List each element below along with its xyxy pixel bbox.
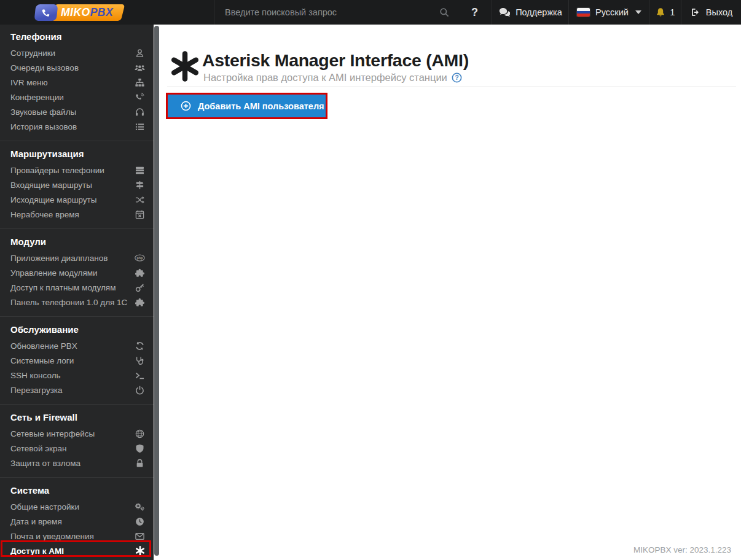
stethoscope-icon [135, 356, 145, 365]
sidebar-item-module-management[interactable]: Управление модулями [0, 265, 154, 280]
sidebar-section-telephony: Телефония Сотрудники Очереди вызовов IVR… [0, 25, 154, 141]
users-icon [135, 63, 145, 72]
mikopbx-logo[interactable]: MIKOPBX [35, 4, 123, 21]
calendar-times-icon [135, 210, 145, 219]
logo-wordmark: MIKOPBX [51, 4, 125, 21]
puzzle-icon [135, 298, 145, 307]
russia-flag-icon [577, 8, 590, 17]
bell-icon [656, 7, 665, 17]
cogs-icon [135, 502, 145, 511]
search-input[interactable] [214, 7, 428, 17]
sidebar-section-modules: Модули Приложения диалпланов Управление … [0, 228, 154, 316]
sidebar-item-1c-panel[interactable]: Панель телефонии 1.0 для 1С [0, 295, 154, 309]
question-circle-icon[interactable] [452, 72, 462, 83]
sidebar-item-mail-notifications[interactable]: Почта и уведомления [0, 529, 154, 543]
sidebar-item-date-time[interactable]: Дата и время [0, 514, 154, 529]
sidebar-section-routing: Маршрутизация Провайдеры телефонии Входя… [0, 141, 154, 228]
sidebar-item-system-logs[interactable]: Системные логи [0, 353, 154, 368]
help-button[interactable]: ? [458, 0, 492, 25]
sidebar-item-ssh-console[interactable]: SSH консоль [0, 368, 154, 383]
page-subtitle-text: Настройка прав доступа к AMI интерфейсу … [203, 72, 447, 84]
section-header: Обслуживание [0, 324, 154, 336]
annotation-highlight-add-button: Добавить AMI пользователя [166, 93, 327, 119]
sidebar-item-ami-access[interactable]: Доступ к AMI [0, 543, 154, 558]
add-ami-user-button[interactable]: Добавить AMI пользователя [168, 95, 326, 117]
sidebar-item-outbound-routes[interactable]: Исходящие маршруты [0, 192, 154, 207]
language-selector[interactable]: Русский [568, 0, 649, 25]
section-header: Телефония [0, 31, 154, 43]
header-divider [167, 87, 736, 87]
sidebar-section-system: Система Общие настройки Дата и время Поч… [0, 477, 154, 560]
sidebar-scrollbar-thumb[interactable] [154, 26, 159, 556]
sidebar-item-sound-files[interactable]: Звуковые файлы [0, 104, 154, 119]
logo-text-pbx: PBX [90, 6, 113, 18]
sidebar-section-maintenance: Обслуживание Обновление PBX Системные ло… [0, 316, 154, 404]
puzzle-icon [135, 268, 145, 278]
comments-icon [499, 7, 510, 17]
globe-icon [135, 429, 145, 438]
sidebar-item-call-queues[interactable]: Очереди вызовов [0, 60, 154, 75]
sidebar-nav: Телефония Сотрудники Очереди вызовов IVR… [0, 25, 154, 560]
caret-down-icon [635, 10, 641, 14]
sidebar-item-inbound-routes[interactable]: Входящие маршруты [0, 177, 154, 192]
sidebar-item-providers[interactable]: Провайдеры телефонии [0, 163, 154, 177]
sidebar-item-paid-modules[interactable]: Доступ к платным модулям [0, 280, 154, 295]
section-header: Маршрутизация [0, 148, 154, 160]
help-label: ? [471, 6, 478, 19]
power-icon [135, 386, 145, 395]
map-signs-icon [135, 181, 145, 190]
key-icon [135, 283, 145, 292]
sidebar-item-ivr-menu[interactable]: IVR меню [0, 75, 154, 90]
sidebar-section-network-firewall: Сеть и Firewall Сетевые интерфейсы Сетев… [0, 404, 154, 477]
top-bar: MIKOPBX ? Поддержка Русский 1 Выход [0, 0, 741, 25]
section-header: Сеть и Firewall [0, 411, 154, 424]
notifications-button[interactable]: 1 [649, 0, 681, 25]
sidebar-item-firewall[interactable]: Сетевой экран [0, 441, 154, 456]
support-label: Поддержка [516, 7, 562, 17]
main-content: Asterisk Manager Interface (AMI) Настрой… [159, 25, 741, 560]
sidebar-item-employees[interactable]: Сотрудники [0, 45, 154, 60]
sidebar-item-out-of-work-time[interactable]: Нерабочее время [0, 207, 154, 222]
terminal-icon [135, 371, 145, 380]
sidebar-item-pbx-update[interactable]: Обновление PBX [0, 338, 154, 353]
support-button[interactable]: Поддержка [492, 0, 569, 25]
version-label: MIKOPBX ver: 2023.1.223 [633, 545, 731, 554]
envelope-icon [135, 532, 145, 541]
sidebar-item-call-history[interactable]: История вызовов [0, 119, 154, 134]
add-ami-user-label: Добавить AMI пользователя [198, 101, 324, 111]
sidebar-item-network-interfaces[interactable]: Сетевые интерфейсы [0, 426, 154, 441]
sidebar-item-general-settings[interactable]: Общие настройки [0, 499, 154, 514]
php-icon [135, 254, 145, 262]
asterisk-icon [135, 546, 145, 556]
page-subtitle: Настройка прав доступа к AMI интерфейсу … [203, 72, 462, 84]
language-label: Русский [595, 7, 629, 17]
headphones-icon [135, 107, 145, 117]
global-search [214, 0, 458, 25]
page-title: Asterisk Manager Interface (AMI) [202, 50, 469, 71]
phone-volume-icon [135, 93, 145, 102]
sync-icon [135, 341, 145, 351]
shield-icon [135, 444, 145, 453]
clock-icon [135, 517, 145, 526]
section-header: Модули [0, 236, 154, 248]
sidebar-item-fail2ban[interactable]: Защита от взлома [0, 456, 154, 470]
logout-label: Выход [706, 7, 732, 17]
shuffle-icon [135, 195, 145, 204]
user-icon [135, 49, 145, 58]
section-header: Система [0, 484, 154, 497]
logout-button[interactable]: Выход [681, 0, 741, 25]
list-icon [135, 122, 145, 131]
logo-phone-icon [34, 4, 58, 21]
sitemap-icon [135, 78, 145, 87]
sidebar-item-reboot[interactable]: Перезагрузка [0, 383, 154, 397]
notification-count: 1 [670, 7, 675, 17]
search-icon[interactable] [439, 7, 449, 17]
logo-text-miko: MIKO [61, 6, 90, 18]
sidebar-item-dialplan-apps[interactable]: Приложения диалпланов [0, 251, 154, 265]
asterisk-page-icon [170, 51, 200, 82]
plus-circle-icon [181, 101, 191, 111]
sidebar-item-conferences[interactable]: Конференции [0, 90, 154, 104]
server-icon [135, 166, 145, 175]
lock-icon [135, 459, 145, 468]
sign-out-icon [691, 7, 700, 17]
